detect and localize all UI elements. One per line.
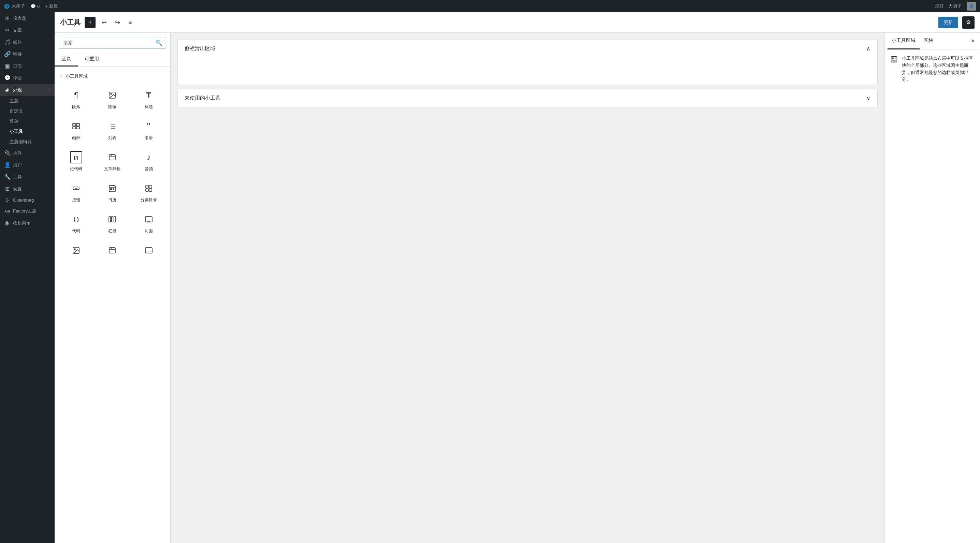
block-quote[interactable]: " 引语 [131,114,166,144]
button-icon [70,182,82,194]
code-label: 代码 [72,228,80,234]
block-code[interactable]: ⟨ ⟩ 代码 [59,208,94,237]
block-list[interactable]: 列表 [95,114,130,144]
block-heading[interactable]: 标题 [131,84,166,113]
sidebar-item-appearance[interactable]: ◈ 外观 ▸ [0,84,55,96]
sidebar-item-settings[interactable]: ⊞ 设置 [0,183,55,195]
settings-button[interactable]: ⚙ [962,16,975,29]
editor-main: 侧栏滑出区域 ∧ 未使用的小工具 ∨ [170,33,885,543]
sidebar-sub-themes[interactable]: 主题 [0,96,55,106]
right-panel-close-button[interactable]: × [968,35,977,48]
svg-point-1 [111,94,111,94]
right-panel: 小工具区域 区块 × 小工具区域是站点布局中可以支持区块的全局部分。这些区域因主… [885,33,980,543]
sidebar-sub-menus[interactable]: 菜单 [0,116,55,127]
svg-rect-3 [76,124,80,126]
tab-reusable-label: 可重用 [84,56,99,61]
tab-reusable[interactable]: 可重用 [78,52,106,67]
collapse-icon: ◉ [4,220,10,226]
posts-icon: ✏ [4,27,10,33]
sidebar-label: 页面 [13,63,22,69]
block-more2[interactable] [95,239,130,263]
undo-icon: ↩ [102,19,107,26]
svg-rect-2 [73,124,76,126]
quote-icon: " [143,120,155,132]
sidebar-sub-customize[interactable]: 自定义 [0,106,55,116]
admin-bar-site[interactable]: 🌐 大胡子 [4,3,25,9]
sidebar-item-plugins[interactable]: 🔌 插件 [0,147,55,159]
sidebar-sub-widgets[interactable]: 小工具 [0,127,55,137]
search-button[interactable]: 🔍 [152,38,166,48]
block-archives[interactable]: 文章归档 [95,146,130,175]
undo-button[interactable]: ↩ [100,17,109,28]
sidebar-item-tools[interactable]: 🔧 工具 [0,171,55,183]
list-view-button[interactable]: ≡ [126,17,134,27]
sidebar-label: 媒体 [13,39,22,45]
sidebar-label: 用户 [13,162,22,168]
list-view-icon: ≡ [128,19,132,26]
gutenberg-icon: G [4,198,10,203]
redo-button[interactable]: ↪ [113,17,122,28]
search-icon: 🔍 [156,40,162,46]
gear-icon: ⚙ [966,19,971,25]
right-tab-widget-areas[interactable]: 小工具区域 [888,33,920,49]
sidebar-sub-theme-editor[interactable]: 主题编辑器 [0,137,55,147]
sidebar-item-factory-theme[interactable]: Xin Factory主题 [0,205,55,217]
right-tab-blocks[interactable]: 区块 [920,33,937,49]
block-more3[interactable] [131,239,166,263]
sidebar-label: 设置 [13,186,22,192]
plugins-icon: 🔌 [4,150,10,156]
heading-label: 标题 [145,104,153,110]
sidebar-item-collapse[interactable]: ◉ 收起菜单 [0,217,55,229]
sidebar-item-users[interactable]: 👤 用户 [0,159,55,171]
sidebar-item-posts[interactable]: ✏ 文章 [0,24,55,36]
search-input[interactable] [59,37,152,48]
add-block-button[interactable]: + [84,17,95,28]
list-label: 列表 [108,135,116,141]
block-columns[interactable]: 栏目 [95,208,130,237]
block-more1[interactable] [59,239,94,263]
categories-label: 分类目录 [141,197,157,203]
block-categories[interactable]: 分类目录 [131,177,166,206]
widget-area-unused-title: 未使用的小工具 [185,95,866,101]
image-label: 图像 [108,104,116,110]
block-cover[interactable]: 封面 [131,208,166,237]
pages-icon: ▣ [4,63,10,69]
block-image[interactable]: 图像 [95,84,130,113]
svg-rect-41 [892,58,894,59]
links-icon: 🔗 [4,51,10,57]
block-shortcode[interactable]: [/] 短代码 [59,146,94,175]
block-paragraph[interactable]: ¶ 段落 [59,84,94,113]
block-button[interactable]: 按钮 [59,177,94,206]
sidebar: ⊞ 仪表盘 ✏ 文章 🎵 媒体 🔗 链接 ▣ 页面 💬 评论 ◈ 外观 ▸ [0,12,55,543]
more1-icon [70,244,82,257]
sidebar-item-pages[interactable]: ▣ 页面 [0,60,55,72]
admin-bar-new[interactable]: + 新建 [45,3,58,9]
users-icon: 👤 [4,162,10,168]
block-calendar[interactable]: 日历 [95,177,130,206]
admin-bar-comments[interactable]: 💬 0 [30,4,40,9]
svg-rect-38 [145,248,152,253]
media-icon: 🎵 [4,39,10,45]
new-icon: + [45,4,48,9]
block-audio[interactable]: ♪ 音频 [131,146,166,175]
gallery-label: 画廊 [72,135,80,141]
block-list: □ 小工具区域 ¶ 段落 [55,67,170,543]
folder-icon: □ [60,74,63,79]
widget-area-unused-header[interactable]: 未使用的小工具 ∨ [178,89,877,107]
block-gallery[interactable]: 画廊 [59,114,94,144]
sidebar-item-gutenberg[interactable]: G Gutenberg [0,195,55,205]
update-button[interactable]: 更新 [939,17,958,28]
widget-area-sidebar-header[interactable]: 侧栏滑出区域 ∧ [178,40,877,57]
more3-icon [143,244,155,257]
columns-label: 栏目 [108,228,116,234]
theme-editor-label: 主题编辑器 [10,139,32,145]
tab-blocks[interactable]: 区块 [55,52,78,67]
button-label: 按钮 [72,197,80,203]
sidebar-item-dashboard[interactable]: ⊞ 仪表盘 [0,12,55,24]
sidebar-item-media[interactable]: 🎵 媒体 [0,36,55,48]
sidebar-item-links[interactable]: 🔗 链接 [0,48,55,60]
svg-rect-29 [114,217,116,222]
sidebar-item-comments[interactable]: 💬 评论 [0,72,55,84]
sidebar-label: 工具 [13,174,22,180]
themes-label: 主题 [10,98,18,104]
